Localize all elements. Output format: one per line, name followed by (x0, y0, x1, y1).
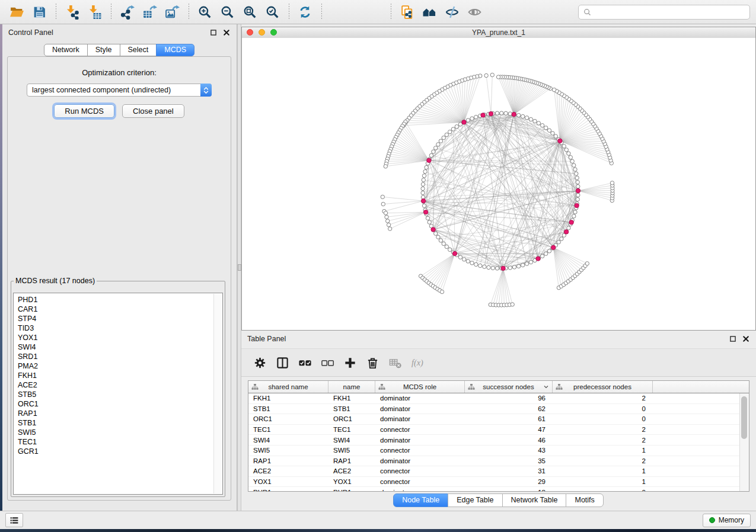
window-close-button[interactable] (247, 29, 253, 36)
cell-predecessor-nodes[interactable]: 0 (553, 405, 653, 412)
table-row[interactable]: ACE2ACE2connector311 (248, 466, 749, 477)
cell-successor-nodes[interactable]: 47 (465, 426, 553, 433)
cell-successor-nodes[interactable]: 35 (465, 457, 553, 464)
mcds-result-item[interactable]: ORC1 (18, 399, 209, 409)
cell-name[interactable]: ORC1 (328, 415, 375, 422)
table-row[interactable]: YOX1YOX1connector291 (248, 477, 749, 488)
cell-predecessor-nodes[interactable]: 1 (553, 447, 653, 454)
save-session-button[interactable] (30, 2, 49, 21)
search-input[interactable] (592, 7, 745, 17)
cell-mcds-role[interactable]: dominator (375, 457, 465, 464)
column-header-successor-nodes[interactable]: successor nodes (465, 381, 553, 393)
zoom-in-button[interactable] (196, 2, 215, 21)
network-canvas[interactable] (242, 38, 755, 330)
cell-successor-nodes[interactable]: 62 (465, 405, 553, 412)
select-all-rows-button[interactable] (296, 353, 315, 372)
tab-mcds[interactable]: MCDS (156, 44, 194, 56)
cell-predecessor-nodes[interactable]: 0 (553, 415, 653, 422)
deselect-all-rows-button[interactable] (318, 353, 337, 372)
zoom-fit-button[interactable] (241, 2, 260, 21)
table-row[interactable]: TEC1TEC1connector472 (248, 425, 749, 435)
cell-mcds-role[interactable]: connector (375, 478, 465, 485)
cell-name[interactable]: SWI5 (328, 447, 375, 454)
tab-style[interactable]: Style (87, 44, 120, 56)
cell-predecessor-nodes[interactable]: 2 (553, 426, 653, 433)
cell-predecessor-nodes[interactable]: 2 (553, 437, 653, 444)
delete-column-button[interactable] (363, 353, 382, 372)
float-table-panel-icon[interactable] (729, 335, 737, 343)
table-scrollbar[interactable] (739, 393, 749, 491)
table-row[interactable]: PHD1PHD1dominator180 (248, 487, 749, 492)
panel-menu-button[interactable] (5, 513, 23, 527)
mcds-result-item[interactable]: SWI4 (18, 342, 209, 352)
cell-predecessor-nodes[interactable]: 1 (553, 478, 653, 485)
import-network-button[interactable] (63, 2, 82, 21)
mcds-result-item[interactable]: YOX1 (18, 333, 209, 342)
table-row[interactable]: SWI4SWI4dominator462 (248, 435, 749, 446)
vertical-splitter[interactable] (237, 24, 241, 511)
cell-successor-nodes[interactable]: 29 (465, 478, 553, 485)
tab-motifs[interactable]: Motifs (566, 493, 603, 507)
zoom-selected-button[interactable] (263, 2, 282, 21)
run-mcds-button[interactable]: Run MCDS (54, 104, 114, 118)
cell-name[interactable]: ACE2 (328, 467, 375, 475)
mcds-result-item[interactable]: TEC1 (18, 437, 209, 447)
cell-name[interactable]: PHD1 (328, 489, 375, 492)
cell-successor-nodes[interactable]: 18 (465, 489, 553, 492)
memory-button[interactable]: Memory (703, 514, 751, 527)
column-header-shared-name[interactable]: shared name (248, 381, 328, 393)
cell-mcds-role[interactable]: dominator (375, 405, 465, 412)
cell-mcds-role[interactable]: dominator (375, 437, 465, 444)
cell-mcds-role[interactable]: dominator (375, 415, 465, 422)
mcds-result-item[interactable]: ACE2 (18, 380, 209, 390)
mcds-result-item[interactable]: CAR1 (18, 305, 209, 314)
export-image-button[interactable] (163, 2, 182, 21)
cell-shared-name[interactable]: ORC1 (248, 415, 328, 422)
network-window-titlebar[interactable]: YPA_prune.txt_1 (242, 27, 755, 39)
cell-shared-name[interactable]: SWI4 (248, 437, 328, 444)
cell-name[interactable]: SWI4 (328, 437, 375, 444)
mcds-result-item[interactable]: RAP1 (18, 409, 209, 418)
cell-mcds-role[interactable]: dominator (375, 395, 465, 402)
close-panel-icon[interactable] (222, 28, 231, 37)
import-table-button[interactable] (85, 2, 104, 21)
export-network-button[interactable] (118, 2, 137, 21)
tab-network[interactable]: Network (44, 44, 88, 56)
tab-node-table[interactable]: Node Table (393, 493, 448, 507)
column-header-name[interactable]: name (328, 381, 375, 393)
cell-shared-name[interactable]: FKH1 (248, 395, 328, 402)
column-header-mcds-role[interactable]: MCDS role (375, 381, 465, 393)
cell-shared-name[interactable]: PHD1 (248, 489, 328, 492)
cell-successor-nodes[interactable]: 46 (465, 437, 553, 444)
sort-descending-icon[interactable] (543, 383, 550, 390)
show-graphics-details-button[interactable] (465, 2, 484, 21)
criterion-select[interactable]: largest connected component (undirected) (27, 84, 212, 97)
add-column-button[interactable] (341, 353, 360, 372)
cell-name[interactable]: STB1 (328, 405, 375, 412)
close-panel-button[interactable]: Close panel (122, 104, 184, 118)
table-row[interactable]: SWI5SWI5connector431 (248, 446, 749, 456)
export-table-button[interactable] (141, 2, 160, 21)
close-table-panel-icon[interactable] (742, 335, 750, 343)
cell-shared-name[interactable]: RAP1 (248, 457, 328, 464)
cell-shared-name[interactable]: TEC1 (248, 426, 328, 433)
zoom-out-button[interactable] (218, 2, 237, 21)
cell-predecessor-nodes[interactable]: 1 (553, 467, 653, 475)
column-settings-button[interactable] (251, 353, 270, 372)
show-column-panel-button[interactable] (273, 353, 292, 372)
tab-edge-table[interactable]: Edge Table (448, 493, 502, 507)
tab-network-table[interactable]: Network Table (502, 493, 567, 507)
mcds-result-item[interactable]: FKH1 (18, 371, 209, 380)
mcds-result-item[interactable]: GCR1 (18, 447, 209, 456)
cell-predecessor-nodes[interactable]: 2 (553, 395, 653, 402)
tab-select[interactable]: Select (120, 44, 157, 56)
cell-successor-nodes[interactable]: 61 (465, 415, 553, 422)
cell-successor-nodes[interactable]: 31 (465, 467, 553, 475)
clone-network-button[interactable] (398, 2, 417, 21)
cell-successor-nodes[interactable]: 96 (465, 395, 553, 402)
window-minimize-button[interactable] (259, 29, 265, 36)
cell-shared-name[interactable]: ACE2 (248, 467, 328, 475)
cell-mcds-role[interactable]: connector (375, 467, 465, 475)
column-header-predecessor-nodes[interactable]: predecessor nodes (553, 381, 653, 393)
cell-name[interactable]: YOX1 (328, 478, 375, 485)
